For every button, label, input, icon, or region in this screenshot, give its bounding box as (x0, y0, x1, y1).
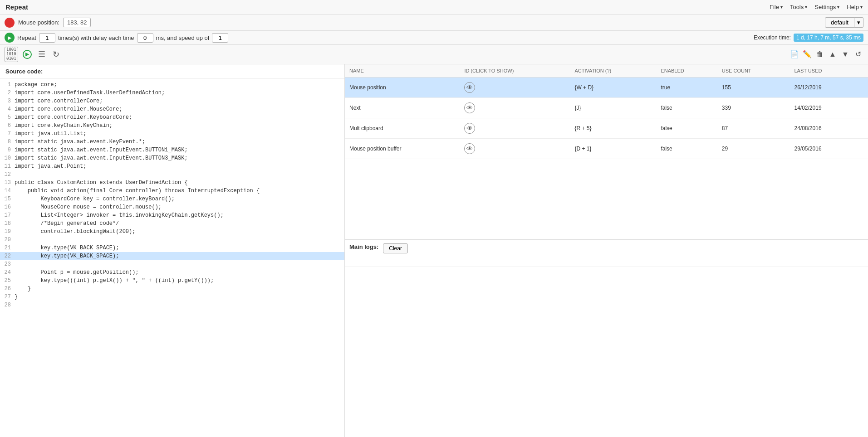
action-id-cell[interactable]: 👁 (460, 118, 570, 138)
default-btn-group: default ▾ (825, 17, 863, 28)
toolbar-row3: 1001 1010 0101 ▶ ☰ ↻ 📄 ✏️ 🗑 ▲ ▼ ↺ (0, 45, 868, 64)
play-icon: ▶ (8, 35, 11, 41)
code-line: 22 key.type(VK_BACK_SPACE); (0, 252, 344, 260)
move-down-button[interactable]: ▼ (840, 49, 851, 60)
delete-button[interactable]: 🗑 (814, 49, 825, 60)
delay-ms-input[interactable] (137, 33, 153, 43)
eye-icon[interactable]: 👁 (464, 82, 475, 93)
code-line: 23 (0, 260, 344, 268)
line-number: 14 (2, 187, 15, 195)
action-last-used: 14/02/2019 (790, 97, 859, 118)
line-number: 20 (2, 236, 15, 244)
code-line: 25 key.type(((int) p.getX()) + ", " + ((… (0, 277, 344, 285)
eye-icon[interactable]: 👁 (464, 143, 475, 154)
line-number: 26 (2, 285, 15, 293)
menu-file[interactable]: File ▾ (770, 4, 783, 10)
line-number: 8 (2, 138, 15, 146)
edit-icon: ✏️ (803, 50, 812, 58)
code-line: 18 /*Begin generated code*/ (0, 219, 344, 228)
actions-tbody: Mouse position👁{W + D}true15526/12/2019N… (345, 77, 868, 159)
toolbar-row2: ▶ Repeat times(s) with delay each time m… (0, 31, 868, 45)
actions-table-container[interactable]: NAME ID (CLICK TO SHOW) ACTIVATION (?) E… (345, 64, 868, 240)
line-number: 3 (2, 97, 15, 105)
reload-button[interactable]: ↻ (51, 49, 62, 60)
action-last-used: 24/08/2016 (790, 118, 859, 138)
line-number: 11 (2, 162, 15, 170)
play-button[interactable]: ▶ (5, 33, 15, 43)
line-content: import java.awt.Point; (15, 162, 86, 170)
eye-icon[interactable]: 👁 (464, 123, 475, 134)
line-number: 7 (2, 130, 15, 138)
line-number: 5 (2, 113, 15, 121)
toolbar-right-icons: 📄 ✏️ 🗑 ▲ ▼ ↺ (789, 49, 863, 60)
new-script-button[interactable]: 📄 (789, 49, 800, 60)
menu-settings-label: Settings (814, 4, 836, 10)
action-id-cell[interactable]: 👁 (460, 138, 570, 159)
play-circle-button[interactable]: ▶ (22, 49, 33, 60)
table-row[interactable]: Mult clipboard👁{R + 5}false8724/08/2016 (345, 118, 868, 138)
scrollbar-cell (859, 77, 868, 97)
down-arrow-icon: ▼ (842, 50, 849, 58)
line-content: import core.controller.KeyboardCore; (15, 113, 132, 121)
line-number: 21 (2, 244, 15, 252)
action-use-count: 29 (717, 138, 790, 159)
default-button-arrow[interactable]: ▾ (854, 17, 863, 28)
right-panel: NAME ID (CLICK TO SHOW) ACTIVATION (?) E… (345, 64, 868, 437)
move-up-button[interactable]: ▲ (827, 49, 838, 60)
menu-tools[interactable]: Tools ▾ (790, 4, 807, 10)
menu-help[interactable]: Help ▾ (847, 4, 863, 10)
log-content-area (345, 267, 868, 437)
speed-up-input[interactable] (212, 33, 228, 43)
repeat-count-input[interactable] (39, 33, 55, 43)
code-line: 26 } (0, 285, 344, 293)
code-line: 5import core.controller.KeyboardCore; (0, 113, 344, 121)
main-content: Source code: 1package core;2import core.… (0, 64, 868, 437)
menu-bar-right: File ▾ Tools ▾ Settings ▾ Help ▾ (770, 4, 863, 10)
actions-table: NAME ID (CLICK TO SHOW) ACTIVATION (?) E… (345, 64, 868, 159)
reset-button[interactable]: ↺ (853, 49, 863, 60)
app-title: Repeat (5, 3, 28, 11)
action-id-cell[interactable]: 👁 (460, 77, 570, 97)
edit-button[interactable]: ✏️ (802, 49, 813, 60)
delete-icon: 🗑 (816, 50, 824, 58)
line-number: 4 (2, 105, 15, 113)
times-label: times(s) with delay each time (58, 34, 134, 41)
list-button[interactable]: ☰ (36, 49, 47, 60)
table-header-row: NAME ID (CLICK TO SHOW) ACTIVATION (?) E… (345, 64, 868, 78)
action-enabled: false (656, 118, 717, 138)
action-enabled: true (656, 77, 717, 97)
code-line: 4import core.controller.MouseCore; (0, 105, 344, 113)
clear-button[interactable]: Clear (383, 243, 408, 253)
table-row[interactable]: Next👁{J}false33914/02/2019 (345, 97, 868, 118)
line-number: 18 (2, 219, 15, 228)
log-label: Main logs: (349, 243, 378, 250)
code-line: 28 (0, 301, 344, 309)
line-number: 23 (2, 260, 15, 268)
eye-icon[interactable]: 👁 (464, 102, 475, 113)
line-number: 28 (2, 301, 15, 309)
table-row[interactable]: Mouse position👁{W + D}true15526/12/2019 (345, 77, 868, 97)
record-button[interactable] (5, 18, 15, 28)
action-activation: {W + D} (570, 77, 656, 97)
menu-settings[interactable]: Settings ▾ (814, 4, 839, 10)
reset-icon: ↺ (855, 50, 861, 58)
default-button[interactable]: default (825, 17, 854, 28)
line-number: 1 (2, 81, 15, 89)
code-area[interactable]: 1package core;2import core.userDefinedTa… (0, 79, 344, 437)
line-content: package core; (15, 81, 57, 89)
line-number: 22 (2, 252, 15, 260)
line-content: MouseCore mouse = controller.mouse(); (15, 203, 162, 211)
code-line: 19 controller.blockingWait(200); (0, 228, 344, 236)
table-row[interactable]: Mouse position buffer👁{D + 1}false2929/0… (345, 138, 868, 159)
code-line: 6import core.keyChain.KeyChain; (0, 121, 344, 130)
line-number: 27 (2, 293, 15, 301)
line-number: 6 (2, 121, 15, 130)
line-content: } (15, 285, 31, 293)
menu-help-chevron: ▾ (860, 5, 863, 10)
scrollbar-cell (859, 138, 868, 159)
action-id-cell[interactable]: 👁 (460, 97, 570, 118)
action-activation: {J} (570, 97, 656, 118)
line-content: import static java.awt.event.InputEvent.… (15, 154, 188, 162)
ms-label: ms, and speed up of (156, 34, 210, 41)
col-enabled: ENABLED (656, 64, 717, 78)
